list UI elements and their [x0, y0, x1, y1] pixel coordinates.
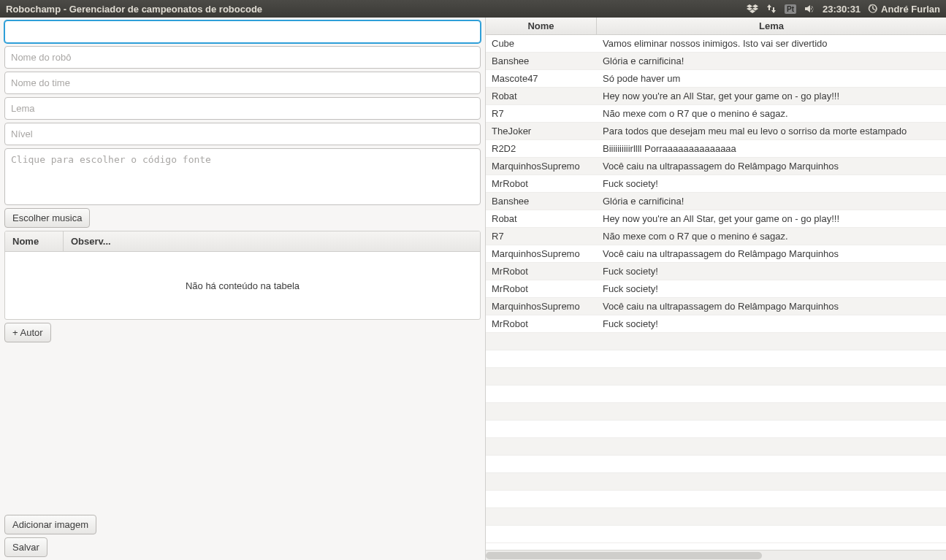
nivel-input[interactable] [4, 123, 481, 145]
team-name-input[interactable] [4, 72, 481, 94]
table-row[interactable] [486, 526, 946, 543]
add-author-button[interactable]: + Autor [4, 323, 51, 342]
robot-name-input[interactable] [4, 46, 481, 69]
table-row[interactable] [486, 473, 946, 491]
data-col-lema[interactable]: Lema [597, 18, 946, 34]
cell-nome: TheJoker [486, 123, 597, 139]
table-row[interactable]: CubeVamos eliminar nossos inimigos. Isto… [486, 35, 946, 53]
cell-lema: Glória e carnificina! [597, 193, 946, 209]
table-row[interactable] [486, 403, 946, 421]
cell-nome: Banshee [486, 193, 597, 209]
cell-nome: MrRobot [486, 316, 597, 331]
table-row[interactable]: RobatHey now you're an All Star, get you… [486, 88, 946, 105]
table-row[interactable]: TheJokerPara todos que desejam meu mal e… [486, 123, 946, 140]
cell-lema: Glória e carnificina! [597, 53, 946, 69]
data-table-header: Nome Lema [486, 18, 946, 35]
choose-music-button[interactable]: Escolher musica [4, 208, 90, 228]
scrollbar-thumb[interactable] [486, 552, 762, 559]
cell-nome: R7 [486, 106, 597, 121]
authors-table-header: Nome Observ... [5, 231, 480, 252]
table-row[interactable] [486, 508, 946, 526]
authors-table-empty: Não há conteúdo na tabela [5, 252, 480, 319]
cell-lema: Você caiu na ultrapassagem do Relâmpago … [597, 299, 946, 314]
table-row[interactable]: MarquinhosSupremoVocê caiu na ultrapassa… [486, 298, 946, 315]
save-button[interactable]: Salvar [4, 537, 47, 557]
cell-lema: Não mexe com o R7 que o menino é sagaz. [597, 229, 946, 244]
table-row[interactable] [486, 421, 946, 438]
user-menu[interactable]: André Furlan [868, 4, 940, 15]
table-row[interactable]: MrRobotFuck society! [486, 175, 946, 193]
table-row[interactable]: MrRobotFuck society! [486, 315, 946, 333]
window-title: Robochamp - Gerenciador de campeonatos d… [6, 4, 262, 15]
cell-lema: Para todos que desejam meu mal eu levo o… [597, 123, 946, 139]
user-name: André Furlan [881, 4, 940, 15]
data-table-body[interactable]: CubeVamos eliminar nossos inimigos. Isto… [486, 35, 946, 550]
cell-lema: Fuck society! [597, 316, 946, 331]
cell-nome: Cube [486, 36, 597, 51]
table-row[interactable]: Mascote47Só pode haver um [486, 70, 946, 88]
cell-lema: Fuck society! [597, 264, 946, 279]
table-row[interactable] [486, 386, 946, 403]
data-panel: Nome Lema CubeVamos eliminar nossos inim… [485, 18, 946, 560]
data-col-nome[interactable]: Nome [486, 18, 597, 34]
cell-lema: Você caiu na ultrapassagem do Relâmpago … [597, 246, 946, 261]
network-icon[interactable] [766, 3, 777, 15]
cell-nome: MrRobot [486, 281, 597, 296]
cell-lema: Hey now you're an All Star, get your gam… [597, 211, 946, 226]
table-row[interactable]: R7Não mexe com o R7 que o menino é sagaz… [486, 228, 946, 245]
table-row[interactable]: MrRobotFuck society! [486, 263, 946, 280]
cell-nome: Mascote47 [486, 71, 597, 86]
cell-lema: Vamos eliminar nossos inimigos. Isto vai… [597, 36, 946, 51]
table-row[interactable] [486, 333, 946, 350]
form-panel: Escolher musica Nome Observ... Não há co… [0, 18, 485, 560]
keyboard-layout-indicator[interactable]: Pt [785, 4, 796, 14]
cell-lema: Fuck society! [597, 281, 946, 296]
system-tray: Pt 23:30:31 André Furlan [747, 3, 940, 15]
cell-lema: Você caiu na ultrapassagem do Relâmpago … [597, 158, 946, 174]
volume-icon[interactable] [804, 3, 815, 15]
table-row[interactable] [486, 368, 946, 386]
cell-lema: Não mexe com o R7 que o menino é sagaz. [597, 106, 946, 121]
table-row[interactable]: RobatHey now you're an All Star, get you… [486, 210, 946, 228]
cell-nome: Robat [486, 88, 597, 104]
table-row[interactable]: MarquinhosSupremoVocê caiu na ultrapassa… [486, 158, 946, 175]
add-image-button[interactable]: Adicionar imagem [4, 515, 96, 534]
authors-col-nome[interactable]: Nome [5, 231, 64, 251]
cell-nome: MrRobot [486, 264, 597, 279]
table-row[interactable]: MarquinhosSupremoVocê caiu na ultrapassa… [486, 245, 946, 263]
source-code-input[interactable] [4, 148, 481, 205]
cell-lema: Biiiiiiiiiirllll Porraaaaaaaaaaaaaa [597, 141, 946, 156]
table-row[interactable] [486, 350, 946, 368]
cell-nome: R2D2 [486, 141, 597, 156]
cell-lema: Fuck society! [597, 176, 946, 191]
cell-lema: Hey now you're an All Star, get your gam… [597, 88, 946, 104]
menubar: Robochamp - Gerenciador de campeonatos d… [0, 0, 946, 18]
table-row[interactable] [486, 438, 946, 456]
cell-nome: MarquinhosSupremo [486, 246, 597, 261]
table-row[interactable]: MrRobotFuck society! [486, 280, 946, 298]
cell-nome: MarquinhosSupremo [486, 299, 597, 314]
cell-nome: Banshee [486, 53, 597, 69]
cell-nome: R7 [486, 229, 597, 244]
table-row[interactable]: R7Não mexe com o R7 que o menino é sagaz… [486, 105, 946, 123]
horizontal-scrollbar[interactable] [486, 550, 946, 560]
authors-table: Nome Observ... Não há conteúdo na tabela [4, 231, 481, 320]
lema-input[interactable] [4, 97, 481, 120]
dropbox-icon[interactable] [747, 3, 758, 15]
table-row[interactable]: BansheeGlória e carnificina! [486, 193, 946, 210]
primary-input[interactable] [4, 20, 481, 43]
table-row[interactable]: R2D2Biiiiiiiiiirllll Porraaaaaaaaaaaaaa [486, 140, 946, 158]
table-row[interactable] [486, 456, 946, 473]
cell-nome: Robat [486, 211, 597, 226]
cell-lema: Só pode haver um [597, 71, 946, 86]
table-row[interactable]: BansheeGlória e carnificina! [486, 53, 946, 70]
table-row[interactable] [486, 491, 946, 508]
authors-col-observ[interactable]: Observ... [64, 231, 480, 251]
cell-nome: MarquinhosSupremo [486, 158, 597, 174]
clock[interactable]: 23:30:31 [823, 4, 861, 15]
cell-nome: MrRobot [486, 176, 597, 191]
